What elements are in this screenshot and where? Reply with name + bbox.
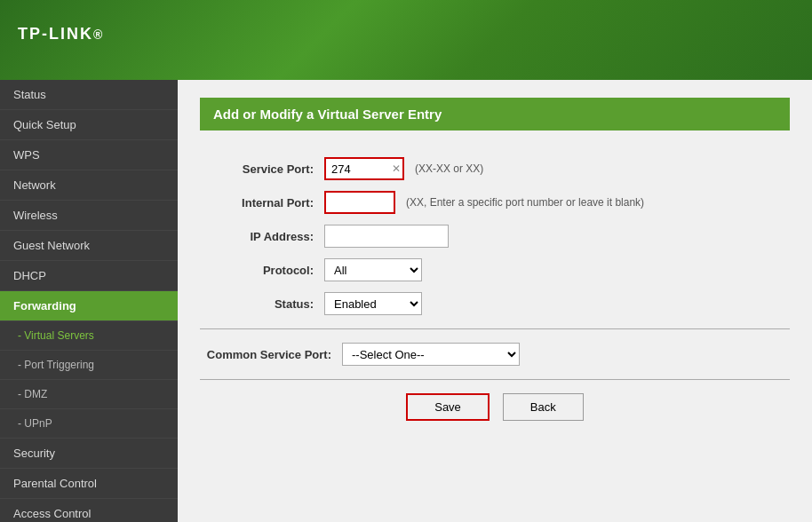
common-service-port-row: Common Service Port: --Select One-- xyxy=(200,343,790,366)
sidebar-item-guest-network[interactable]: Guest Network xyxy=(0,231,178,261)
sidebar-item-security[interactable]: Security xyxy=(0,439,178,469)
logo-mark: ® xyxy=(93,28,104,42)
status-row: Status: Enabled Disabled xyxy=(200,292,790,315)
service-port-input-container: ✕ xyxy=(324,157,404,180)
protocol-row: Protocol: All TCP UDP xyxy=(200,258,790,281)
sidebar-item-network[interactable]: Network xyxy=(0,170,178,201)
sidebar-item-upnp[interactable]: - UPnP xyxy=(0,409,178,439)
ip-address-input[interactable] xyxy=(324,225,449,248)
sidebar-item-port-triggering[interactable]: - Port Triggering xyxy=(0,351,178,380)
common-service-port-label: Common Service Port: xyxy=(200,348,342,361)
sidebar-item-parental-control[interactable]: Parental Control xyxy=(0,469,178,499)
main-layout: Status Quick Setup WPS Network Wireless … xyxy=(0,80,812,522)
ip-address-row: IP Address: xyxy=(200,225,790,248)
sidebar: Status Quick Setup WPS Network Wireless … xyxy=(0,80,178,522)
logo-text: TP-LINK xyxy=(18,25,93,43)
service-port-clear-button[interactable]: ✕ xyxy=(392,163,401,174)
internal-port-label: Internal Port: xyxy=(200,196,324,210)
service-port-hint: (XX-XX or XX) xyxy=(415,162,483,175)
service-port-row: Service Port: ✕ (XX-XX or XX) xyxy=(200,157,790,180)
sidebar-item-access-control[interactable]: Access Control xyxy=(0,499,178,522)
divider-2 xyxy=(200,379,790,380)
logo: TP-LINK® xyxy=(18,21,104,59)
sidebar-item-virtual-servers[interactable]: - Virtual Servers xyxy=(0,321,178,351)
status-select[interactable]: Enabled Disabled xyxy=(324,292,422,315)
internal-port-row: Internal Port: (XX, Enter a specific por… xyxy=(200,191,790,214)
sidebar-item-forwarding[interactable]: Forwarding xyxy=(0,291,178,321)
sidebar-item-quick-setup[interactable]: Quick Setup xyxy=(0,110,178,140)
section-title: Add or Modify a Virtual Server Entry xyxy=(200,98,790,130)
service-port-label: Service Port: xyxy=(200,162,324,176)
internal-port-hint: (XX, Enter a specific port number or lea… xyxy=(406,196,644,209)
sidebar-item-wps[interactable]: WPS xyxy=(0,140,178,170)
service-port-wrapper: ✕ (XX-XX or XX) xyxy=(324,157,483,180)
button-row: Save Back xyxy=(200,393,790,421)
ip-address-label: IP Address: xyxy=(200,230,324,243)
save-button[interactable]: Save xyxy=(406,393,490,421)
protocol-select[interactable]: All TCP UDP xyxy=(324,258,422,281)
form-area: Service Port: ✕ (XX-XX or XX) Internal P… xyxy=(200,148,790,430)
divider-1 xyxy=(200,328,790,329)
content-area: Add or Modify a Virtual Server Entry Ser… xyxy=(178,80,812,522)
back-button[interactable]: Back xyxy=(503,393,584,421)
sidebar-item-dmz[interactable]: - DMZ xyxy=(0,380,178,409)
internal-port-wrapper: (XX, Enter a specific port number or lea… xyxy=(324,191,644,214)
status-label: Status: xyxy=(200,297,324,311)
protocol-label: Protocol: xyxy=(200,264,324,277)
header: TP-LINK® xyxy=(0,0,812,80)
sidebar-item-wireless[interactable]: Wireless xyxy=(0,201,178,231)
common-service-port-select[interactable]: --Select One-- xyxy=(342,343,520,366)
internal-port-input[interactable] xyxy=(324,191,395,214)
sidebar-item-status[interactable]: Status xyxy=(0,80,178,110)
sidebar-item-dhcp[interactable]: DHCP xyxy=(0,261,178,291)
